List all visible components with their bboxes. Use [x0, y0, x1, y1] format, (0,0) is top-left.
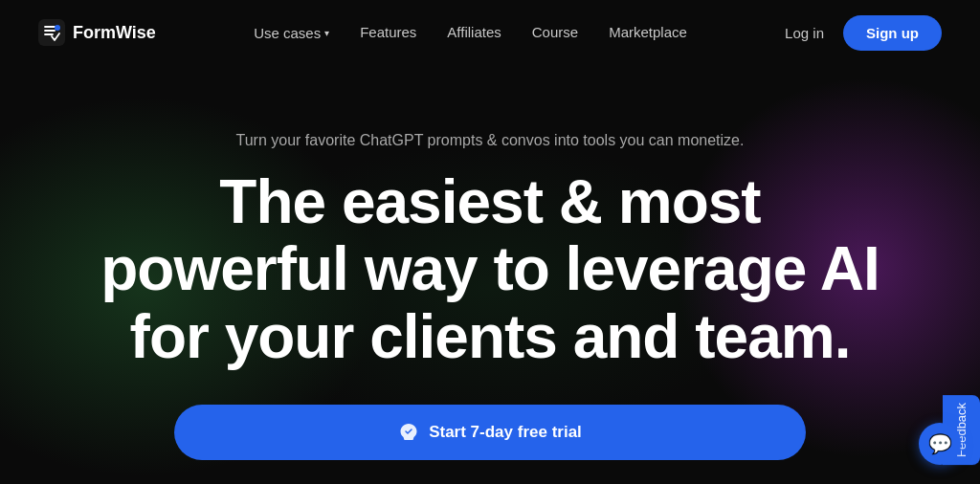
logo-icon [38, 19, 65, 46]
cta-icon [398, 422, 419, 443]
nav-item-use-cases[interactable]: Use cases ▾ [254, 25, 329, 41]
nav-link-features[interactable]: Features [360, 24, 416, 40]
hero-title: The easiest & most powerful way to lever… [100, 168, 880, 370]
brand-name: FormWise [73, 23, 156, 43]
hero-title-line2: powerful way to leverage AI [100, 234, 880, 303]
navbar: FormWise Use cases ▾ Features Affiliates… [0, 0, 980, 65]
nav-item-marketplace[interactable]: Marketplace [609, 24, 687, 41]
cta-label: Start 7-day free trial [429, 423, 582, 442]
hero-subtitle: Turn your favorite ChatGPT prompts & con… [236, 132, 745, 149]
chat-icon: 💬 [928, 432, 952, 455]
cta-button[interactable]: Start 7-day free trial [174, 405, 806, 460]
nav-link-affiliates[interactable]: Affiliates [447, 24, 501, 40]
nav-item-course[interactable]: Course [532, 24, 578, 41]
login-link[interactable]: Log in [785, 25, 824, 41]
nav-item-features[interactable]: Features [360, 24, 416, 41]
svg-rect-0 [38, 19, 65, 46]
nav-auth: Log in Sign up [785, 15, 942, 51]
hero-title-line1: The easiest & most [219, 167, 760, 236]
nav-link-marketplace[interactable]: Marketplace [609, 24, 687, 40]
chevron-down-icon: ▾ [324, 28, 329, 38]
svg-point-1 [55, 25, 60, 31]
nav-links: Use cases ▾ Features Affiliates Course M… [254, 24, 687, 41]
hero-section: Turn your favorite ChatGPT prompts & con… [0, 65, 980, 460]
logo[interactable]: FormWise [38, 19, 156, 46]
nav-item-affiliates[interactable]: Affiliates [447, 24, 501, 41]
signup-button[interactable]: Sign up [843, 15, 942, 51]
nav-link-use-cases[interactable]: Use cases ▾ [254, 25, 329, 41]
nav-link-course[interactable]: Course [532, 24, 578, 40]
chat-bubble-button[interactable]: 💬 [919, 423, 961, 465]
hero-title-line3: for your clients and team. [130, 302, 851, 371]
